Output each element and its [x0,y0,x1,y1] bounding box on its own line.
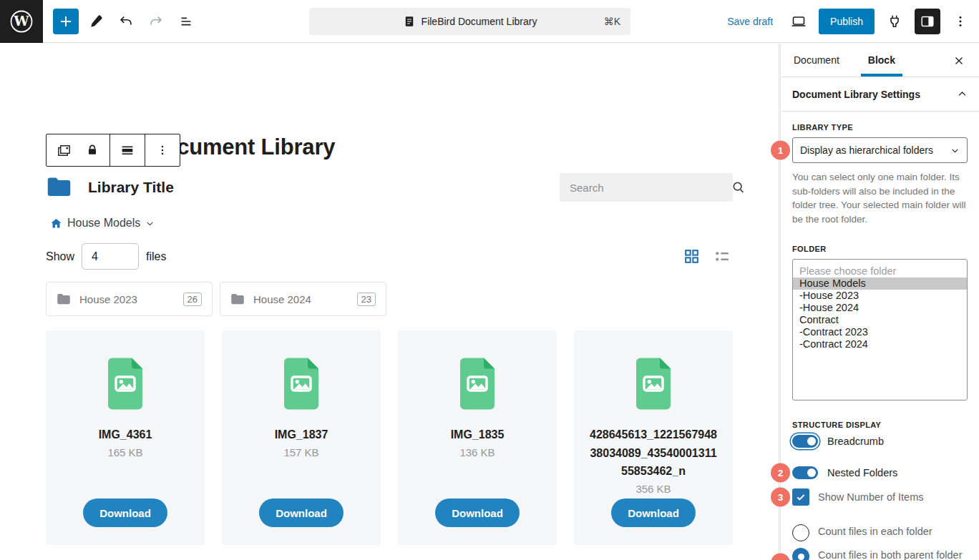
preview-button[interactable] [786,9,812,34]
search-submit-button[interactable] [722,180,755,195]
editor-topbar: W FileBird Document Library ⌘K [0,0,979,43]
document-title-button[interactable]: FileBird Document Library ⌘K [309,8,630,35]
chevron-down-icon [145,219,155,228]
search-input[interactable] [560,182,722,194]
library-folder-icon [46,177,72,198]
nested-folders-toggle[interactable] [792,466,818,479]
breadcrumb-toggle-row: Breadcrumb [792,435,968,448]
document-icon [403,15,416,28]
folder-option-selected[interactable]: House Models [793,277,967,290]
tab-block[interactable]: Block [867,44,897,77]
block-type-button[interactable] [49,134,78,166]
nested-folders-toggle-label: Nested Folders [827,467,897,478]
library-type-help-text: You can select only one main folder. Its… [792,170,968,226]
folder-label: Folder [792,245,968,253]
lock-button[interactable] [78,134,107,166]
count-each-folder-label: Count files in each folder [818,524,932,539]
close-icon [953,54,965,67]
file-size: 356 KB [635,483,671,495]
wordpress-logo-icon: W [9,9,34,34]
folder-count-badge: 23 [357,293,376,306]
plus-icon [59,14,73,29]
folder-listbox[interactable]: Please choose folder House Models -House… [792,259,968,401]
files-label: files [146,250,166,263]
library-type-select[interactable]: Display as hierarchical folders [792,137,968,163]
list-view-button[interactable] [712,246,733,267]
folder-option[interactable]: Please choose folder [793,265,967,277]
download-button[interactable]: Download [83,498,167,527]
wordpress-logo[interactable]: W [0,0,43,43]
folder-option[interactable]: -Contract 2024 [793,338,967,350]
panel-document-library-settings[interactable]: Document Library Settings [781,77,979,112]
breadcrumb-current-folder: House Models [67,217,140,230]
download-button[interactable]: Download [435,498,520,527]
file-name: IMG_1837 [236,426,366,444]
folder-icon [230,293,245,305]
plugin-button[interactable] [882,9,907,34]
count-each-folder-radio[interactable] [792,524,809,541]
plug-icon [887,14,902,29]
breadcrumb-toggle[interactable] [792,435,818,448]
grid-view-button[interactable] [681,246,702,267]
count-parent-and-subfolders-label: Count files in both parent folder and su… [818,548,968,560]
close-sidebar-button[interactable] [946,48,972,74]
undo-icon [118,14,134,29]
options-menu-button[interactable] [948,9,973,34]
download-button[interactable]: Download [611,498,696,527]
folder-icon [57,293,71,305]
folder-option[interactable]: -Contract 2023 [793,326,967,338]
folder-option[interactable]: -House 2023 [793,290,967,302]
panel-content: Library Type 1 Display as hierarchical f… [781,112,979,560]
sidebar-icon [920,14,935,29]
folder-card[interactable]: House 2023 26 [46,282,213,316]
file-size: 157 KB [283,446,318,458]
count-parent-and-subfolders-radio[interactable] [792,548,809,560]
check-icon [795,491,807,503]
settings-sidebar-toggle[interactable] [915,9,940,34]
file-size: 136 KB [459,446,495,458]
align-button[interactable] [113,134,142,166]
folder-option[interactable]: -House 2024 [793,302,967,314]
show-number-of-items-checkbox[interactable] [792,488,809,506]
file-name: 428645613_122156794838034089_43540001311… [588,426,719,481]
tools-button[interactable] [83,9,109,34]
image-file-icon [457,358,497,410]
list-view-icon [713,247,731,265]
command-shortcut: ⌘K [604,16,620,27]
folder-count-badge: 26 [183,293,202,306]
save-draft-button[interactable]: Save draft [721,11,779,31]
file-card: IMG_1835 136 KB Download [398,330,557,545]
tab-document[interactable]: Document [792,44,841,77]
folder-card[interactable]: House 2024 23 [220,282,386,316]
view-mode-toggles [681,246,733,267]
folder-option[interactable]: Contract [793,314,967,326]
publish-button[interactable]: Publish [819,9,875,34]
editor-canvas: FileBird Document Library [0,44,779,560]
chevron-down-icon [950,146,960,155]
image-file-icon [281,358,321,410]
search-box [560,173,733,202]
image-file-icon [105,358,145,410]
kebab-menu-icon [953,14,968,29]
document-overview-button[interactable] [173,9,199,34]
breadcrumb-toggle-label: Breadcrumb [827,436,884,447]
annotation-badge-1: 1 [771,141,790,160]
redo-button[interactable] [143,9,169,34]
redo-icon [148,14,164,29]
show-number-of-items-label: Show Number of Items [818,490,923,504]
pencil-icon [88,14,104,29]
block-options-button[interactable] [148,134,177,166]
library-title[interactable]: Library Title [88,179,174,196]
image-file-icon [633,358,673,410]
download-button[interactable]: Download [259,498,344,527]
breadcrumb[interactable]: House Models [50,217,155,230]
items-per-page-input[interactable] [82,243,139,270]
count-parent-and-subfolders-row: 4 Count files in both parent folder and … [792,548,968,560]
block-inserter-button[interactable] [53,9,79,34]
file-size: 165 KB [107,446,142,458]
undo-button[interactable] [113,9,139,34]
svg-text:W: W [13,13,29,29]
list-view-icon [178,14,194,29]
show-number-of-items-row: 3 Show Number of Items [792,488,968,506]
sidebar-tabs: Document Block [781,44,979,77]
